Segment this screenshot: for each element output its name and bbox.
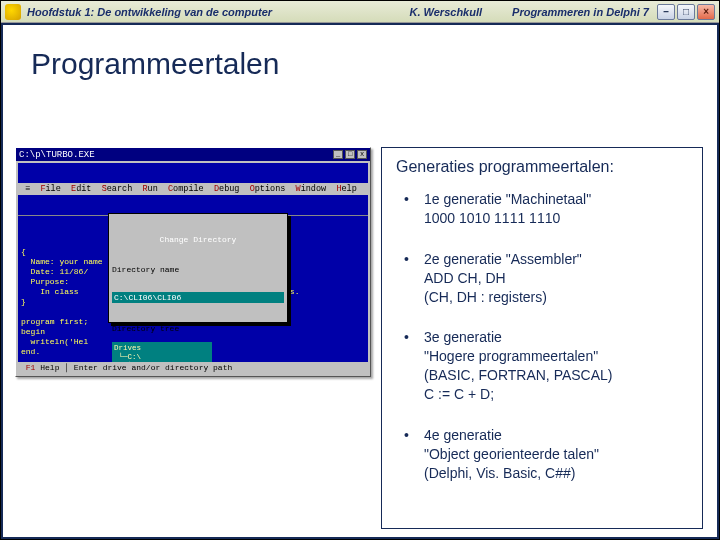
close-button[interactable]: × (697, 4, 715, 20)
gen2-example: ADD CH, DH (424, 270, 506, 286)
gen3-title: 3e generatie (424, 329, 502, 345)
tp-window-title: C:\p\TURBO.EXE (19, 150, 95, 160)
gen3-note: (BASIC, FORTRAN, PASCAL) (424, 367, 613, 383)
minimize-button[interactable]: – (657, 4, 675, 20)
maximize-button[interactable]: □ (677, 4, 695, 20)
list-item: 2e generatie "Assembler" ADD CH, DH (CH,… (396, 250, 688, 307)
gen3-sub: "Hogere programmeertalen" (424, 348, 598, 364)
tp-dialog-tree-label: Directory tree (112, 324, 284, 333)
gen4-title: 4e generatie (424, 427, 502, 443)
turbo-pascal-screenshot: C:\p\TURBO.EXE _ □ x ≡ File Edit Search … (15, 147, 371, 377)
titlebar: Hoofdstuk 1: De ontwikkeling van de comp… (1, 1, 719, 23)
tp-maximize-icon: □ (345, 150, 355, 159)
generation-list: 1e generatie "Machinetaal" 1000 1010 111… (396, 190, 688, 483)
app-window: Hoofdstuk 1: De ontwikkeling van de comp… (0, 0, 720, 540)
tp-close-icon: x (357, 150, 367, 159)
gen1-example: 1000 1010 1111 1110 (424, 210, 560, 226)
tp-menubar: ≡ File Edit Search Run Compile Debug Opt… (18, 183, 368, 195)
list-item: 3e generatie "Hogere programmeertalen" (… (396, 328, 688, 404)
slide-content: Programmeertalen C:\p\TURBO.EXE _ □ x ≡ … (1, 23, 719, 539)
list-item: 4e generatie "Object georienteerde talen… (396, 426, 688, 483)
tp-dialog-title: Change Directory (112, 235, 284, 244)
gen1-title: 1e generatie "Machinetaal" (424, 191, 591, 207)
tp-dos-screen: ≡ File Edit Search Run Compile Debug Opt… (18, 163, 368, 373)
tp-window-titlebar: C:\p\TURBO.EXE _ □ x (16, 148, 370, 161)
app-icon (5, 4, 21, 20)
tp-dialog-field-label: Directory name (112, 265, 284, 274)
tp-change-directory-dialog: Change Directory Directory name C:\CLI06… (108, 213, 288, 323)
course-label: Programmeren in Delphi 7 (512, 6, 649, 18)
page-title: Programmeertalen (31, 47, 717, 81)
gen2-title: 2e generatie "Assembler" (424, 251, 582, 267)
info-panel: Generaties programmeertalen: 1e generati… (381, 147, 703, 529)
gen4-sub: "Object georienteerde talen" (424, 446, 599, 462)
gen2-note: (CH, DH : registers) (424, 289, 547, 305)
tp-statusbar: F1 Help │ Enter drive and/or directory p… (18, 362, 368, 373)
chapter-title: Hoofdstuk 1: De ontwikkeling van de comp… (27, 6, 272, 18)
gen4-note: (Delphi, Vis. Basic, C##) (424, 465, 575, 481)
author-label: K. Werschkull (410, 6, 483, 18)
gen3-example: C := C + D; (424, 386, 494, 402)
window-controls: – □ × (657, 4, 715, 20)
list-item: 1e generatie "Machinetaal" 1000 1010 111… (396, 190, 688, 228)
tp-minimize-icon: _ (333, 150, 343, 159)
tp-directory-name-field[interactable]: C:\CLI06\CLI06 (112, 292, 284, 303)
panel-heading: Generaties programmeertalen: (396, 158, 688, 176)
